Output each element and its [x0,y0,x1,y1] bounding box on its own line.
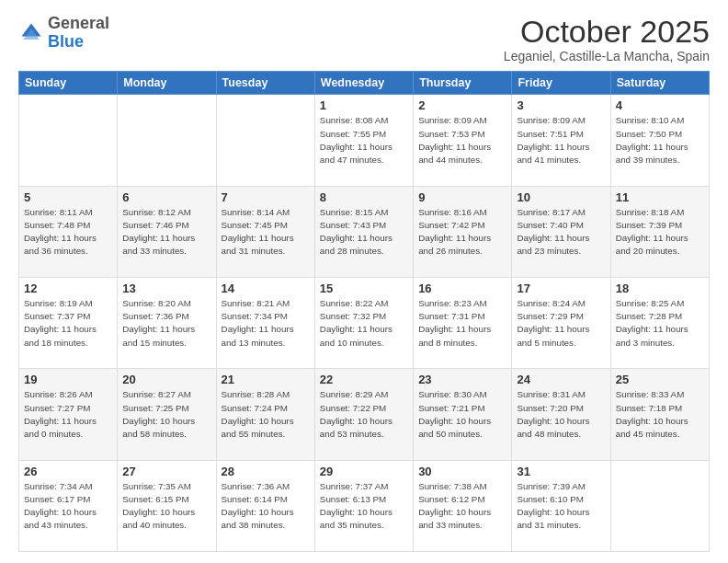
day-number: 24 [517,373,605,386]
day-number: 19 [24,373,112,386]
calendar-cell: 30Sunrise: 7:38 AM Sunset: 6:12 PM Dayli… [414,460,512,551]
day-info: Sunrise: 8:25 AM Sunset: 7:28 PM Dayligh… [616,297,704,350]
day-info: Sunrise: 8:10 AM Sunset: 7:50 PM Dayligh… [616,114,704,167]
day-info: Sunrise: 8:17 AM Sunset: 7:40 PM Dayligh… [517,206,605,259]
calendar-cell: 5Sunrise: 8:11 AM Sunset: 7:48 PM Daylig… [19,186,118,277]
weekday-header: Thursday [414,72,512,95]
calendar-cell: 17Sunrise: 8:24 AM Sunset: 7:29 PM Dayli… [512,278,610,369]
calendar-cell: 3Sunrise: 8:09 AM Sunset: 7:51 PM Daylig… [512,95,610,186]
day-info: Sunrise: 8:12 AM Sunset: 7:46 PM Dayligh… [122,206,210,259]
calendar-cell: 18Sunrise: 8:25 AM Sunset: 7:28 PM Dayli… [610,278,709,369]
day-number: 18 [616,282,704,295]
day-info: Sunrise: 8:28 AM Sunset: 7:24 PM Dayligh… [222,388,310,441]
day-number: 17 [517,282,605,295]
day-number: 29 [320,465,408,478]
calendar-cell: 25Sunrise: 8:33 AM Sunset: 7:18 PM Dayli… [610,369,709,460]
calendar-cell: 7Sunrise: 8:14 AM Sunset: 7:45 PM Daylig… [216,186,314,277]
calendar-table: SundayMondayTuesdayWednesdayThursdayFrid… [18,71,710,552]
day-info: Sunrise: 8:30 AM Sunset: 7:21 PM Dayligh… [418,388,506,441]
calendar-cell: 15Sunrise: 8:22 AM Sunset: 7:32 PM Dayli… [314,278,413,369]
day-info: Sunrise: 8:29 AM Sunset: 7:22 PM Dayligh… [320,388,408,441]
calendar-cell: 19Sunrise: 8:26 AM Sunset: 7:27 PM Dayli… [19,369,118,460]
calendar-cell: 21Sunrise: 8:28 AM Sunset: 7:24 PM Dayli… [216,369,314,460]
day-number: 5 [24,190,112,204]
day-number: 30 [418,465,506,478]
day-info: Sunrise: 8:22 AM Sunset: 7:32 PM Dayligh… [320,297,408,350]
header: General Blue October 2025 Leganiel, Cast… [18,15,710,63]
day-number: 16 [418,282,506,295]
day-number: 13 [122,282,210,295]
calendar-cell: 27Sunrise: 7:35 AM Sunset: 6:15 PM Dayli… [118,460,216,551]
day-info: Sunrise: 8:16 AM Sunset: 7:42 PM Dayligh… [418,206,506,259]
calendar-cell: 28Sunrise: 7:36 AM Sunset: 6:14 PM Dayli… [216,460,314,551]
day-info: Sunrise: 8:33 AM Sunset: 7:18 PM Dayligh… [616,388,704,441]
day-info: Sunrise: 8:14 AM Sunset: 7:45 PM Dayligh… [222,206,310,259]
calendar-cell: 29Sunrise: 7:37 AM Sunset: 6:13 PM Dayli… [314,460,413,551]
day-number: 15 [320,282,408,295]
calendar-cell: 8Sunrise: 8:15 AM Sunset: 7:43 PM Daylig… [314,186,413,277]
calendar-week-row: 12Sunrise: 8:19 AM Sunset: 7:37 PM Dayli… [19,278,710,369]
calendar-week-row: 26Sunrise: 7:34 AM Sunset: 6:17 PM Dayli… [19,460,710,551]
day-number: 31 [517,465,605,478]
weekday-header: Friday [512,72,610,95]
logo-text: General Blue [48,15,109,52]
day-number: 23 [418,373,506,386]
day-info: Sunrise: 7:37 AM Sunset: 6:13 PM Dayligh… [320,480,408,533]
day-number: 2 [418,98,506,112]
logo-general: General [48,14,109,32]
day-info: Sunrise: 7:35 AM Sunset: 6:15 PM Dayligh… [122,480,210,533]
day-number: 25 [616,373,704,386]
calendar-cell: 11Sunrise: 8:18 AM Sunset: 7:39 PM Dayli… [610,186,709,277]
calendar-cell [610,460,709,551]
day-info: Sunrise: 8:23 AM Sunset: 7:31 PM Dayligh… [418,297,506,350]
day-info: Sunrise: 8:19 AM Sunset: 7:37 PM Dayligh… [24,297,112,350]
day-info: Sunrise: 7:34 AM Sunset: 6:17 PM Dayligh… [24,480,112,533]
day-number: 9 [418,190,506,204]
weekday-header: Wednesday [314,72,413,95]
location: Leganiel, Castille-La Mancha, Spain [504,49,710,63]
day-number: 7 [222,190,310,204]
calendar-cell: 22Sunrise: 8:29 AM Sunset: 7:22 PM Dayli… [314,369,413,460]
day-number: 12 [24,282,112,295]
day-number: 1 [320,98,408,112]
month-title: October 2025 [504,15,710,49]
calendar-header-row: SundayMondayTuesdayWednesdayThursdayFrid… [19,72,710,95]
weekday-header: Monday [118,72,216,95]
day-info: Sunrise: 8:09 AM Sunset: 7:51 PM Dayligh… [517,114,605,167]
calendar-cell: 12Sunrise: 8:19 AM Sunset: 7:37 PM Dayli… [19,278,118,369]
calendar-cell: 9Sunrise: 8:16 AM Sunset: 7:42 PM Daylig… [414,186,512,277]
day-info: Sunrise: 8:26 AM Sunset: 7:27 PM Dayligh… [24,388,112,441]
day-info: Sunrise: 8:24 AM Sunset: 7:29 PM Dayligh… [517,297,605,350]
day-info: Sunrise: 8:18 AM Sunset: 7:39 PM Dayligh… [616,206,704,259]
title-area: October 2025 Leganiel, Castille-La Manch… [504,15,710,63]
day-info: Sunrise: 8:21 AM Sunset: 7:34 PM Dayligh… [222,297,310,350]
day-number: 4 [616,98,704,112]
day-number: 14 [222,282,310,295]
day-info: Sunrise: 8:20 AM Sunset: 7:36 PM Dayligh… [122,297,210,350]
weekday-header: Tuesday [216,72,314,95]
day-number: 11 [616,190,704,204]
calendar-cell: 4Sunrise: 8:10 AM Sunset: 7:50 PM Daylig… [610,95,709,186]
logo-blue: Blue [48,32,84,51]
day-number: 22 [320,373,408,386]
day-number: 8 [320,190,408,204]
day-number: 21 [222,373,310,386]
weekday-header: Saturday [610,72,709,95]
weekday-header: Sunday [19,72,118,95]
calendar-week-row: 19Sunrise: 8:26 AM Sunset: 7:27 PM Dayli… [19,369,710,460]
day-info: Sunrise: 8:27 AM Sunset: 7:25 PM Dayligh… [122,388,210,441]
calendar-cell: 1Sunrise: 8:08 AM Sunset: 7:55 PM Daylig… [314,95,413,186]
day-info: Sunrise: 8:31 AM Sunset: 7:20 PM Dayligh… [517,388,605,441]
calendar-cell: 26Sunrise: 7:34 AM Sunset: 6:17 PM Dayli… [19,460,118,551]
calendar-cell: 31Sunrise: 7:39 AM Sunset: 6:10 PM Dayli… [512,460,610,551]
day-info: Sunrise: 8:09 AM Sunset: 7:53 PM Dayligh… [418,114,506,167]
day-info: Sunrise: 8:11 AM Sunset: 7:48 PM Dayligh… [24,206,112,259]
calendar-cell: 20Sunrise: 8:27 AM Sunset: 7:25 PM Dayli… [118,369,216,460]
calendar-cell [118,95,216,186]
calendar-cell: 14Sunrise: 8:21 AM Sunset: 7:34 PM Dayli… [216,278,314,369]
logo: General Blue [18,15,109,52]
page: General Blue October 2025 Leganiel, Cast… [0,0,728,563]
calendar-cell: 24Sunrise: 8:31 AM Sunset: 7:20 PM Dayli… [512,369,610,460]
calendar-cell: 10Sunrise: 8:17 AM Sunset: 7:40 PM Dayli… [512,186,610,277]
calendar-week-row: 5Sunrise: 8:11 AM Sunset: 7:48 PM Daylig… [19,186,710,277]
